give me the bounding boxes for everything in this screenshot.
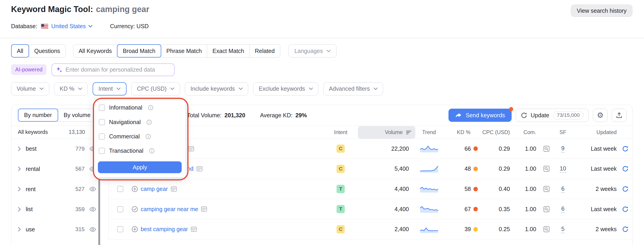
keyword-link[interactable]: nd (187, 165, 194, 172)
updated-value: 2 weeks (571, 226, 618, 232)
intent-option-commercial[interactable]: Commercial (94, 129, 185, 144)
group-row-rent[interactable]: rent 527 (11, 179, 108, 199)
in-list-check-icon[interactable] (132, 206, 138, 212)
filter-kd[interactable]: KD % (54, 82, 88, 95)
add-keyword-icon[interactable] (132, 226, 138, 232)
filter-include-keywords[interactable]: Include keywords (185, 82, 248, 95)
column-header-cpc[interactable]: CPC (USD) (480, 129, 513, 135)
serp-features-icon[interactable] (201, 206, 207, 212)
column-header-updated[interactable]: Updated (571, 129, 618, 135)
languages-dropdown[interactable]: Languages (288, 44, 336, 58)
informational-checkbox[interactable] (99, 105, 105, 111)
sf-link[interactable]: 5 (561, 225, 564, 233)
filter-intent[interactable]: Intent (93, 82, 126, 95)
export-icon (616, 112, 622, 118)
refresh-row-icon[interactable] (622, 206, 628, 212)
transactional-checkbox[interactable] (99, 148, 105, 154)
kd-value: 39 (464, 226, 471, 232)
commercial-checkbox[interactable] (99, 133, 105, 140)
page-title: Keyword Magic Tool:camping gear (11, 5, 150, 14)
updated-value: Last week (571, 206, 618, 212)
view-search-history-button[interactable]: View search history (571, 5, 633, 17)
cpc-value: 0.25 (480, 226, 513, 232)
eye-icon[interactable] (89, 186, 96, 192)
average-kd-value: 29% (296, 112, 307, 119)
settings-button[interactable]: ⚙ (593, 109, 608, 122)
table-row: camp gear T 4,400 58 0.40 1.00 6 2 weeks (108, 179, 632, 199)
tab-broad-match[interactable]: Broad Match (117, 44, 161, 58)
keyword-link[interactable]: camping gear near me (141, 206, 198, 212)
group-row-list[interactable]: list 359 (11, 199, 108, 219)
intent-option-informational[interactable]: Informational (94, 100, 185, 115)
add-keyword-icon[interactable] (132, 186, 138, 192)
serp-analysis-icon[interactable] (544, 186, 550, 192)
apply-button[interactable]: Apply (98, 161, 182, 173)
eye-icon[interactable] (89, 207, 96, 212)
sf-link[interactable]: 6 (561, 205, 564, 213)
by-volume-toggle[interactable]: By volume (58, 109, 96, 121)
sf-link[interactable]: 9 (561, 145, 564, 152)
refresh-row-icon[interactable] (622, 166, 628, 172)
eye-icon[interactable] (89, 227, 96, 232)
tab-all[interactable]: All (11, 44, 29, 58)
send-keywords-button[interactable]: Send keywords (448, 109, 512, 122)
refresh-row-icon[interactable] (622, 146, 628, 152)
filter-advanced[interactable]: Advanced filters (323, 82, 383, 95)
column-header-sf[interactable]: SF (555, 129, 571, 135)
intent-option-navigational[interactable]: Navigational (94, 115, 185, 129)
keyword-link[interactable]: camp gear (141, 186, 168, 192)
filter-exclude-keywords[interactable]: Exclude keywords (253, 82, 318, 95)
filter-cpc[interactable]: CPC (USD) (131, 82, 180, 95)
all-questions-group: All Questions (11, 44, 66, 58)
com-value: 1.00 (513, 145, 538, 152)
refresh-row-icon[interactable] (622, 226, 628, 232)
group-row-use[interactable]: use 315 (11, 219, 108, 239)
row-checkbox[interactable] (117, 206, 123, 212)
filter-volume[interactable]: Volume (11, 82, 49, 95)
refresh-row-icon[interactable] (622, 186, 628, 192)
page-header: Keyword Magic Tool:camping gear View sea… (11, 0, 633, 30)
total-volume-value: 201,320 (224, 112, 246, 119)
volume-value: 5,400 (357, 165, 415, 172)
serp-analysis-icon[interactable] (544, 226, 550, 232)
database-value: United States (51, 23, 86, 30)
navigational-checkbox[interactable] (99, 119, 105, 125)
domain-input[interactable] (66, 66, 170, 73)
serp-features-icon[interactable] (171, 186, 177, 192)
tab-phrase-match[interactable]: Phrase Match (161, 44, 207, 58)
serp-analysis-icon[interactable] (544, 166, 550, 172)
row-checkbox[interactable] (117, 186, 123, 192)
serp-analysis-icon[interactable] (544, 206, 550, 212)
column-header-trend[interactable]: Trend (415, 129, 444, 135)
sf-link[interactable]: 6 (561, 185, 564, 193)
kd-dot (474, 167, 478, 171)
sidebar-scrollbar[interactable] (98, 179, 100, 245)
update-quota: 73/15,000 (553, 111, 584, 119)
trend-sparkline (420, 225, 438, 233)
tab-related[interactable]: Related (249, 44, 280, 58)
serp-features-icon[interactable] (196, 166, 202, 172)
column-header-kd[interactable]: KD % (443, 129, 480, 135)
keyword-link[interactable]: best camping gear (141, 226, 188, 232)
updated-value: Last week (571, 145, 618, 152)
serp-features-icon[interactable] (188, 146, 194, 152)
column-header-volume[interactable]: Volume (358, 126, 415, 138)
database-select[interactable]: United States (51, 23, 92, 30)
serp-analysis-icon[interactable] (544, 146, 550, 152)
tab-exact-match[interactable]: Exact Match (207, 44, 250, 58)
intent-option-transactional[interactable]: Transactional (94, 144, 185, 158)
tab-all-keywords[interactable]: All Keywords (73, 44, 118, 58)
kd-dot (474, 207, 478, 211)
tab-questions[interactable]: Questions (28, 44, 66, 58)
by-number-toggle[interactable]: By number (18, 109, 58, 121)
update-button[interactable]: Update 73/15,000 (516, 109, 589, 122)
row-checkbox[interactable] (117, 226, 123, 232)
column-header-intent[interactable]: Intent (324, 129, 357, 135)
serp-features-icon[interactable] (191, 226, 197, 232)
volume-value: 4,400 (357, 186, 415, 192)
sf-link[interactable]: 10 (560, 165, 566, 173)
export-button[interactable] (612, 109, 626, 122)
column-header-com[interactable]: Com. (513, 129, 538, 135)
gear-icon: ⚙ (597, 112, 604, 119)
sparkle-icon (56, 67, 62, 73)
